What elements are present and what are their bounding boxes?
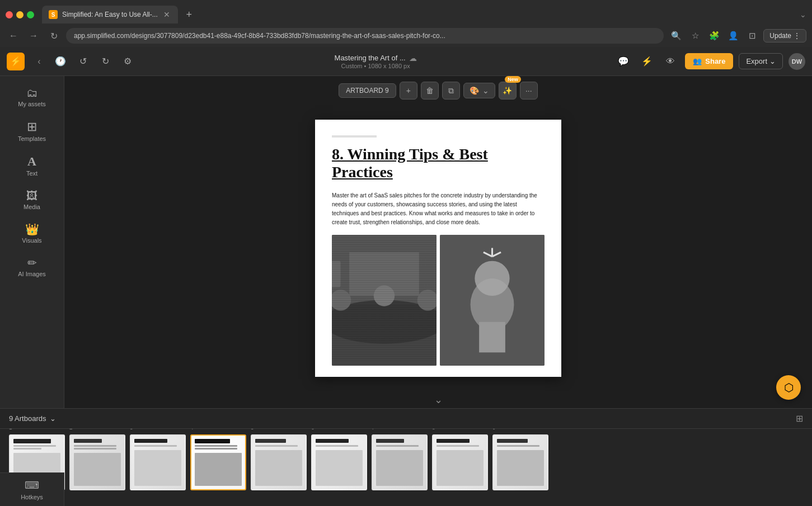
svg-point-6 [417,290,436,310]
sidebar-item-templates[interactable]: ⊞ Templates [7,115,57,148]
traffic-light-green[interactable] [27,11,34,18]
app-toolbar: ⚡ ‹ 🕐 ↺ ↻ ⚙ Mastering the Art of ... ☁ C… [0,47,812,76]
undo-button[interactable]: ↺ [74,53,92,70]
artboard-label: ARTBOARD 9 [339,83,396,98]
address-bar[interactable]: app.simplified.com/designs/3077809/d23ed… [66,28,664,44]
artboard-thumb-5[interactable]: 5 [251,434,307,490]
refresh-button[interactable]: ↻ [46,28,62,44]
tab-favicon: S [49,10,58,19]
delete-artboard-button[interactable]: 🗑 [421,82,439,100]
svg-rect-1 [332,305,436,366]
magic-button[interactable]: ✨ [499,82,517,100]
sidebar-item-ai-images[interactable]: ✏ AI Images [7,252,57,283]
artboard-thumb-2[interactable]: 2 [69,434,125,490]
sidebar-item-label: AI Images [18,271,46,277]
address-text: app.simplified.com/designs/3077809/d23ed… [74,32,445,40]
sidebar-item-text[interactable]: A Text [7,150,57,182]
svg-point-2 [332,300,436,344]
forward-button[interactable]: → [26,28,41,44]
artboard-toolbar: ARTBOARD 9 + 🗑 ⧉ 🎨 ⌄ New ✨ ··· [64,76,812,105]
artboard-thumb-8[interactable]: 8 [432,434,488,490]
thumb-image[interactable] [492,434,548,490]
extensions-icon[interactable]: 🧩 [706,28,722,44]
artboard-thumb-7[interactable]: 7 [372,434,428,490]
artboard-thumb-3[interactable]: 3 [130,434,186,490]
export-chevron-icon: ⌄ [769,57,776,65]
svg-rect-11 [479,322,505,353]
new-tab-button[interactable]: + [181,7,197,22]
sidebar-item-label: Media [24,204,40,210]
history-button[interactable]: 🕐 [51,53,69,70]
artboard-thumb-9[interactable]: 9 [492,434,548,490]
bookmark-icon[interactable]: ☆ [687,28,703,44]
magic-button-wrapper: New ✨ [499,82,517,100]
artboard-thumb-6[interactable]: 6 [311,434,367,490]
my-assets-icon: 🗂 [26,87,37,98]
thumb-number: 9 [492,429,496,431]
duplicate-artboard-button[interactable]: ⧉ [442,82,460,100]
hand-svg [440,235,545,366]
thumb-image[interactable] [311,434,367,490]
cast-icon[interactable]: ⊡ [744,28,760,44]
sidebar-item-visuals[interactable]: 👑 Visuals [7,218,57,249]
back-button[interactable]: ← [6,28,21,44]
bg-color-icon: 🎨 [470,86,479,95]
user-avatar[interactable]: DW [788,53,805,70]
thumb-number: 3 [130,429,133,431]
artboards-toggle[interactable]: 9 Artboards ⌄ [9,414,56,423]
artboard-name: ARTBOARD 9 [346,87,388,94]
media-icon: 🖼 [26,190,37,201]
text-icon: A [27,155,36,168]
svg-rect-3 [349,252,419,296]
canvas-wrapper[interactable]: 8. Winning Tips & Best Practices Master … [64,105,812,391]
templates-icon: ⊞ [27,121,37,133]
svg-point-4 [332,290,351,310]
grid-view-button[interactable]: ⊞ [796,413,803,424]
tab-dropdown-icon[interactable]: ⌄ [800,10,806,19]
thumb-image[interactable] [69,434,125,490]
artboards-strip: 1 2 [0,429,812,496]
visuals-icon: 👑 [25,224,39,235]
preview-button[interactable]: 👁 [661,53,679,70]
artboard-canvas[interactable]: 8. Winning Tips & Best Practices Master … [315,120,561,377]
back-nav-button[interactable]: ‹ [31,54,47,69]
canvas-chevron[interactable]: ⌄ [64,391,812,408]
left-sidebar: 🗂 My assets ⊞ Templates A Text 🖼 Media 👑… [0,76,64,408]
sidebar-item-my-assets[interactable]: 🗂 My assets [7,82,57,113]
slide-body-text: Master the art of SaaS sales pitches for… [332,191,545,227]
more-options-button[interactable]: ··· [520,82,538,100]
redo-button[interactable]: ↻ [96,53,114,70]
tab-title: Simplified: An Easy to Use All-... [62,11,158,18]
thumb-image[interactable] [130,434,186,490]
sidebar-item-media[interactable]: 🖼 Media [7,185,57,216]
artboards-chevron-icon: ⌄ [50,414,56,423]
update-button[interactable]: Update ⋮ [763,29,806,42]
svg-point-12 [475,261,509,296]
doc-info: Mastering the Art of ... ☁ Custom • 1080… [141,54,610,69]
add-artboard-button[interactable]: + [400,82,417,100]
slide-title: 8. Winning Tips & Best Practices [332,145,545,181]
thumb-image[interactable] [190,434,246,490]
thumb-image[interactable] [372,434,428,490]
svg-point-5 [374,286,395,306]
export-button[interactable]: Export ⌄ [739,53,783,69]
sidebar-item-label: Templates [18,135,46,142]
traffic-light-yellow[interactable] [16,11,24,18]
artboard-thumb-4[interactable]: 4 [190,434,246,490]
thumb-number: 1 [9,429,12,431]
background-color-selector[interactable]: 🎨 ⌄ [463,83,495,98]
profile-icon[interactable]: 👤 [725,28,741,44]
hotkeys-label: Hotkeys [21,494,43,500]
ai-helper-button[interactable]: ⬡ [776,375,801,400]
share-button[interactable]: 👥 Share [685,53,733,69]
thumb-image[interactable] [251,434,307,490]
settings-button[interactable]: ⚙ [119,53,137,70]
comment-button[interactable]: 💬 [614,53,632,70]
active-browser-tab[interactable]: S Simplified: An Easy to Use All-... ✕ [42,6,178,23]
thumb-image[interactable] [432,434,488,490]
traffic-light-red[interactable] [6,11,13,18]
search-icon[interactable]: 🔍 [668,28,684,44]
thumb-number: 6 [311,429,315,431]
tab-close-icon[interactable]: ✕ [162,9,171,20]
lightning-button[interactable]: ⚡ [638,53,656,70]
